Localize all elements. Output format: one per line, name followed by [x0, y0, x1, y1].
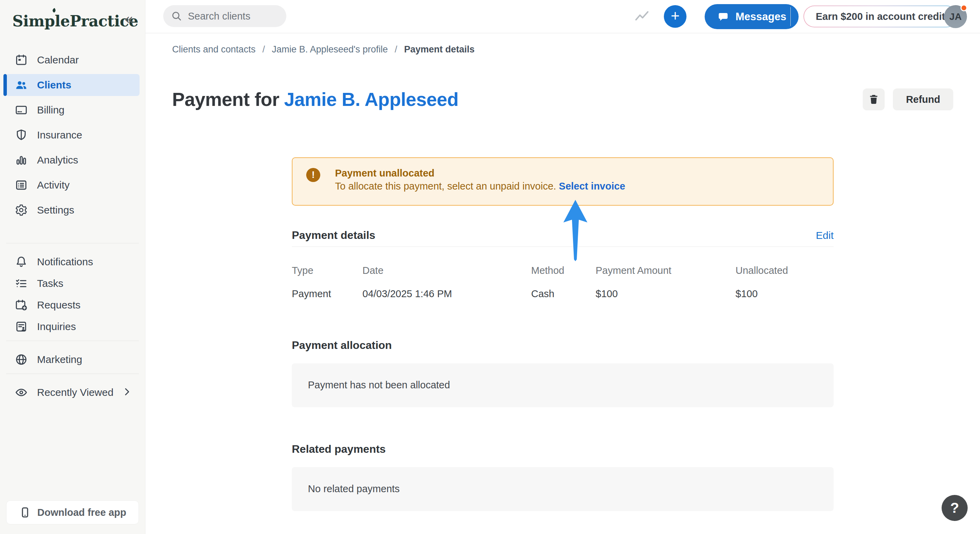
payment-date-value: 04/03/2025 1:46 PM	[363, 288, 531, 300]
sidebar-item-label: Analytics	[37, 154, 78, 166]
sidebar-item-inquiries[interactable]: Inquiries	[5, 317, 140, 336]
sidebar-item-notifications[interactable]: Notifications	[5, 252, 140, 272]
payment-content-column: ! Payment unallocated To allocate this p…	[292, 157, 834, 534]
sidebar-item-marketing[interactable]: Marketing	[5, 350, 140, 369]
gear-icon	[14, 203, 28, 217]
payment-allocation-empty-state: Payment has not been allocated	[292, 363, 834, 407]
clients-icon	[14, 78, 28, 92]
shield-icon	[14, 128, 28, 142]
sidebar: SimplePractice « Calendar Clients	[0, 0, 145, 534]
logo-row: SimplePractice «	[0, 0, 145, 41]
bell-icon	[14, 255, 28, 269]
calendar-icon	[14, 53, 28, 67]
sidebar-item-activity[interactable]: Activity	[5, 174, 140, 196]
question-mark-icon: ?	[950, 500, 959, 516]
search-icon	[171, 10, 183, 22]
sidebar-item-billing[interactable]: Billing	[5, 99, 140, 121]
sidebar-divider	[6, 373, 139, 374]
topbar: + Messages Earn $200 in account credit J…	[145, 0, 980, 33]
edit-link[interactable]: Edit	[816, 230, 834, 241]
sidebar-item-label: Activity	[37, 179, 70, 191]
messages-button[interactable]: Messages	[705, 4, 799, 29]
delete-payment-button[interactable]	[863, 88, 885, 110]
title-actions: Refund	[863, 88, 953, 110]
sidebar-item-label: Requests	[37, 299, 81, 311]
notification-dot	[961, 5, 967, 11]
column-header: Date	[363, 265, 531, 276]
breadcrumb-clients-and-contacts[interactable]: Clients and contacts	[172, 44, 255, 55]
payment-details-heading: Payment details	[292, 228, 375, 242]
messages-label: Messages	[735, 11, 786, 23]
bar-chart-icon	[14, 153, 28, 167]
sidebar-item-clients[interactable]: Clients	[5, 74, 140, 96]
refund-button[interactable]: Refund	[893, 88, 953, 110]
payment-allocation-header: Payment allocation	[292, 338, 834, 352]
chevron-right-icon	[122, 387, 132, 398]
leaf-icon	[51, 7, 57, 15]
breadcrumb-separator: /	[395, 44, 398, 55]
inquiry-document-icon	[14, 320, 28, 334]
sidebar-item-tasks[interactable]: Tasks	[5, 274, 140, 293]
sidebar-item-label: Settings	[37, 204, 74, 216]
breadcrumb-client-profile[interactable]: Jamie B. Appleseed's profile	[272, 44, 388, 55]
breadcrumb-current: Payment details	[404, 44, 475, 55]
trash-icon	[867, 93, 880, 106]
activity-list-icon	[14, 178, 28, 192]
warning-icon: !	[306, 168, 320, 182]
select-invoice-link[interactable]: Select invoice	[559, 181, 625, 192]
download-app-label: Download free app	[37, 507, 126, 518]
title-row: Payment forJamie B. Appleseed Refund	[172, 78, 953, 122]
globe-icon	[14, 353, 28, 366]
column-header: Unallocated	[735, 265, 834, 276]
download-app-button[interactable]: Download free app	[6, 501, 139, 524]
earn-credit-button[interactable]: Earn $200 in account credit	[803, 5, 958, 27]
payment-details-header: Payment details Edit	[292, 228, 834, 242]
payment-unallocated-banner: ! Payment unallocated To allocate this p…	[292, 157, 834, 206]
calendar-plus-icon	[14, 298, 28, 312]
payment-unallocated-value: $100	[735, 288, 834, 300]
section-divider	[292, 246, 834, 247]
sidebar-nav: Calendar Clients Billing Insurance	[0, 41, 145, 402]
message-bubble-icon	[717, 11, 729, 23]
annotation-arrow-icon	[563, 200, 587, 262]
sidebar-item-label: Tasks	[37, 278, 64, 289]
sidebar-item-analytics[interactable]: Analytics	[5, 149, 140, 171]
brand-logo: SimplePractice	[12, 12, 138, 30]
column-header: Type	[292, 265, 363, 276]
sidebar-divider	[6, 341, 139, 341]
sidebar-item-insurance[interactable]: Insurance	[5, 124, 140, 146]
related-payments-header: Related payments	[292, 442, 834, 456]
search-input[interactable]	[187, 10, 281, 22]
earn-credit-label: Earn $200 in account credit	[804, 6, 957, 27]
sidebar-item-label: Marketing	[37, 354, 82, 366]
app-root: SimplePractice « Calendar Clients	[0, 0, 980, 534]
avatar[interactable]: JA	[944, 5, 967, 28]
client-name-link[interactable]: Jamie B. Appleseed	[284, 89, 458, 110]
payment-allocation-heading: Payment allocation	[292, 338, 392, 352]
banner-body-text: To allocate this payment, select an unpa…	[335, 181, 556, 192]
main-content: Clients and contacts / Jamie B. Applesee…	[145, 33, 980, 534]
sidebar-item-requests[interactable]: Requests	[5, 296, 140, 315]
sidebar-item-settings[interactable]: Settings	[5, 199, 140, 221]
sidebar-item-label: Clients	[37, 79, 71, 91]
page-title: Payment forJamie B. Appleseed	[172, 90, 458, 109]
phone-icon	[19, 506, 31, 518]
sidebar-item-label: Insurance	[37, 129, 82, 141]
sidebar-collapse-icon[interactable]: «	[124, 12, 134, 27]
avatar-initials: JA	[950, 11, 962, 22]
help-button[interactable]: ?	[942, 495, 968, 521]
related-payments-empty-state: No related payments	[292, 467, 834, 511]
create-new-button[interactable]: +	[664, 5, 686, 28]
sidebar-item-label: Billing	[37, 104, 64, 116]
related-payments-heading: Related payments	[292, 442, 386, 456]
sidebar-item-label: Notifications	[37, 256, 93, 268]
sidebar-item-calendar[interactable]: Calendar	[5, 49, 140, 71]
search-bar	[163, 5, 286, 27]
sidebar-item-recently-viewed[interactable]: Recently Viewed	[5, 383, 140, 402]
payment-type-value: Payment	[292, 288, 363, 300]
sidebar-item-label: Calendar	[37, 54, 79, 66]
trend-line-icon[interactable]	[634, 9, 650, 25]
payment-method-value: Cash	[531, 288, 596, 300]
sidebar-divider	[6, 243, 139, 243]
checklist-icon	[14, 277, 28, 290]
